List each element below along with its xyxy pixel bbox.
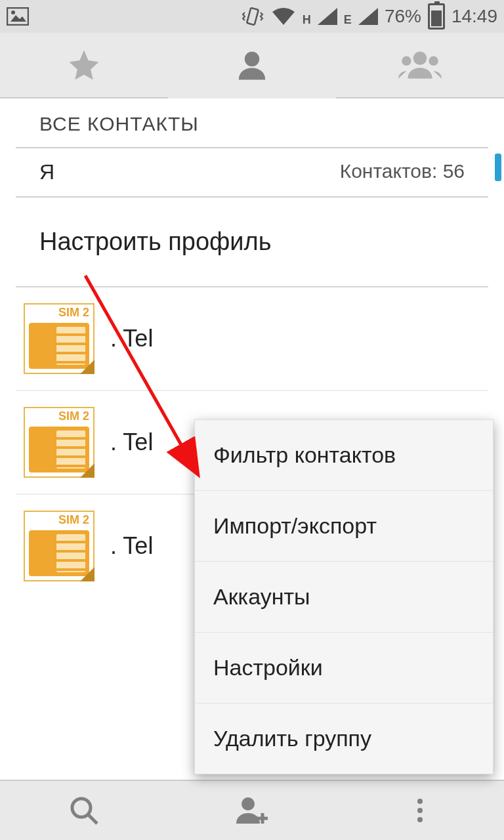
contact-name: . Tel	[110, 325, 153, 352]
svg-marker-1	[10, 15, 26, 22]
menu-item-settings[interactable]: Настройки	[195, 633, 493, 704]
svg-point-8	[402, 56, 411, 66]
bottom-action-bar	[0, 780, 504, 840]
sim2-icon: SIM 2	[24, 303, 94, 374]
wifi-icon	[271, 7, 296, 26]
svg-point-12	[242, 797, 255, 810]
vibrate-icon	[241, 5, 264, 28]
scroll-indicator[interactable]	[495, 154, 501, 181]
person-add-icon	[234, 795, 270, 826]
contacts-count: Контактов: 56	[340, 160, 465, 184]
menu-item-import-export[interactable]: Импорт/экспорт	[195, 491, 493, 562]
tab-favorites[interactable]	[0, 33, 168, 97]
overflow-menu: Фильтр контактов Импорт/экспорт Аккаунты…	[194, 419, 494, 774]
svg-point-6	[245, 52, 260, 67]
tab-groups[interactable]	[336, 33, 504, 97]
menu-item-delete-group[interactable]: Удалить группу	[195, 704, 493, 774]
battery-icon	[428, 3, 445, 30]
section-header-all-contacts: ВСЕ КОНТАКТЫ	[16, 98, 488, 148]
add-contact-button[interactable]	[168, 781, 336, 840]
svg-rect-0	[7, 8, 28, 25]
svg-point-9	[429, 56, 438, 66]
network-indicator-e: E	[344, 13, 352, 30]
summary-row: Я Контактов: 56	[16, 148, 488, 198]
sim2-icon: SIM 2	[24, 511, 94, 581]
signal-1-icon	[318, 8, 337, 25]
menu-item-filter[interactable]: Фильтр контактов	[195, 420, 493, 491]
status-bar: H E 76% 14:49	[0, 0, 504, 33]
network-indicator-h: H	[303, 13, 311, 30]
contact-name: . Tel	[110, 532, 153, 560]
tab-contacts[interactable]	[168, 33, 336, 97]
top-tab-bar	[0, 33, 504, 98]
battery-percent: 76%	[385, 6, 421, 27]
contact-name: . Tel	[110, 429, 153, 456]
svg-marker-4	[318, 8, 337, 25]
more-icon	[417, 799, 423, 822]
menu-item-accounts[interactable]: Аккаунты	[195, 562, 493, 633]
svg-point-10	[72, 799, 91, 817]
person-icon	[234, 47, 270, 83]
star-icon	[66, 47, 102, 83]
sim2-icon: SIM 2	[24, 407, 94, 478]
svg-rect-3	[247, 8, 259, 25]
svg-point-7	[413, 51, 427, 65]
signal-2-icon	[358, 8, 378, 25]
clock-text: 14:49	[452, 6, 497, 27]
setup-profile-link[interactable]: Настроить профиль	[16, 198, 488, 286]
svg-point-2	[11, 10, 15, 14]
group-icon	[398, 47, 442, 83]
overflow-menu-button[interactable]	[336, 781, 504, 840]
svg-marker-5	[358, 8, 378, 25]
screen: H E 76% 14:49 ВСЕ КОНТАКТЫ Я	[0, 0, 504, 840]
search-button[interactable]	[0, 781, 168, 840]
list-item[interactable]: SIM 2 . Tel	[16, 287, 488, 391]
search-icon	[68, 795, 100, 826]
me-label: Я	[39, 160, 54, 184]
screenshot-notif-icon	[7, 7, 29, 26]
svg-line-11	[88, 814, 97, 824]
